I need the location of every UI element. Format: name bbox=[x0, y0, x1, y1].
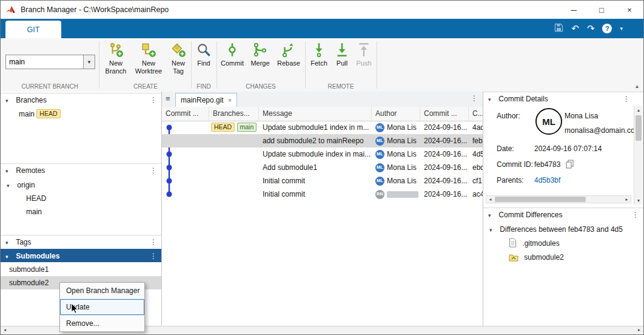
differences-collapse-icon[interactable]: ▾ bbox=[489, 223, 498, 236]
push-icon bbox=[356, 42, 372, 58]
column-header-graph[interactable]: Commit ... bbox=[162, 107, 209, 121]
find-button[interactable]: Find bbox=[193, 42, 214, 67]
scroll-right-icon[interactable]: ▸ bbox=[635, 327, 643, 334]
maximize-button[interactable]: □ bbox=[588, 1, 615, 19]
column-header-date[interactable]: Commit ... bbox=[420, 107, 469, 121]
menu-item-remove[interactable]: Remove... bbox=[60, 316, 144, 331]
scrollbar-thumb[interactable] bbox=[636, 115, 642, 141]
branches-collapse-icon[interactable]: ▾ bbox=[5, 94, 14, 107]
new-worktree-button[interactable]: New Worktree bbox=[132, 42, 166, 75]
commit-id: cf1 bbox=[469, 174, 483, 188]
remotes-menu-icon[interactable]: ⋮ bbox=[150, 164, 157, 177]
help-icon[interactable]: ? bbox=[602, 24, 612, 33]
commit-row[interactable]: Initial commit ML Mona Lis 2024-09-16...… bbox=[162, 174, 483, 188]
document-tab-bar: ≡ mainRepo.git × ⋮ bbox=[162, 92, 483, 107]
scrollbar-thumb[interactable] bbox=[495, 197, 586, 202]
commit-date: 2024-09-16... bbox=[420, 188, 469, 201]
submodules-collapse-icon[interactable]: ▾ bbox=[5, 250, 14, 263]
commit-details-title: Commit Details bbox=[498, 95, 548, 103]
tab-close-icon[interactable]: × bbox=[228, 96, 232, 104]
branches-menu-icon[interactable]: ⋮ bbox=[150, 93, 157, 107]
group-label-create: CREATE bbox=[101, 83, 190, 90]
scroll-left-icon[interactable]: ◂ bbox=[1, 327, 9, 334]
parent-commit-link[interactable]: 4d5b3bf bbox=[534, 176, 560, 184]
history-menu-icon[interactable]: ⋮ bbox=[471, 94, 478, 103]
title-bar: Branch Manager - C:\WorkSpace\mainRepo ─… bbox=[1, 1, 643, 19]
diff-file-row[interactable]: submodule2 + bbox=[509, 251, 634, 264]
merge-button[interactable]: Merge bbox=[248, 42, 272, 67]
commit-details-menu-icon[interactable]: ⋮ bbox=[623, 92, 630, 106]
fetch-icon bbox=[311, 42, 327, 58]
column-header-author[interactable]: Author bbox=[372, 107, 420, 121]
submodules-panel-header[interactable]: ▾ Submodules ⋮ bbox=[1, 249, 161, 262]
remote-item-origin[interactable]: ▾ origin bbox=[7, 179, 35, 191]
rebase-button[interactable]: Rebase bbox=[275, 42, 303, 67]
differences-group-row[interactable]: ▾ Differences between feb4783 and 4d5 bbox=[489, 223, 634, 236]
scroll-left-icon[interactable]: ◂ bbox=[486, 196, 494, 203]
tab-mainrepo-git-label: mainRepo.git bbox=[181, 96, 224, 104]
redo-icon[interactable]: ↷ bbox=[587, 23, 595, 34]
tags-collapse-icon[interactable]: ▾ bbox=[5, 236, 14, 249]
commit-differences-collapse-icon[interactable]: ▾ bbox=[488, 209, 497, 222]
save-icon[interactable] bbox=[554, 23, 563, 34]
commit-differences-menu-icon[interactable]: ⋮ bbox=[632, 208, 639, 222]
menu-item-open-branch-manager[interactable]: Open Branch Manager bbox=[60, 283, 144, 299]
current-branch-combo[interactable]: ▼ bbox=[5, 55, 95, 69]
new-branch-button[interactable]: New Branch bbox=[101, 42, 130, 75]
commit-details-collapse-icon[interactable]: ▾ bbox=[488, 93, 497, 106]
pull-button[interactable]: Pull bbox=[333, 42, 351, 67]
close-button[interactable]: × bbox=[615, 1, 643, 19]
commit-button[interactable]: Commit bbox=[219, 42, 246, 67]
column-header-message[interactable]: Message bbox=[259, 107, 372, 121]
current-branch-dropdown-icon[interactable]: ▼ bbox=[83, 55, 95, 69]
tags-menu-icon[interactable]: ⋮ bbox=[150, 235, 157, 249]
commit-row[interactable]: HEAD main Update submodule1 index in m..… bbox=[162, 121, 483, 134]
scroll-right-icon[interactable]: ▸ bbox=[623, 196, 631, 203]
current-branch-input[interactable] bbox=[6, 55, 83, 69]
column-header-id[interactable]: C... bbox=[469, 107, 483, 121]
scroll-down-icon[interactable]: ▾ bbox=[634, 197, 643, 205]
copy-icon[interactable] bbox=[566, 160, 574, 171]
remotes-panel-header[interactable]: ▾ Remotes ⋮ bbox=[1, 163, 161, 177]
new-tag-button[interactable]: New Tag bbox=[167, 42, 190, 75]
minimize-button[interactable]: ─ bbox=[560, 1, 588, 19]
details-horizontal-scrollbar[interactable]: ◂ ▸ bbox=[486, 195, 631, 203]
submodule-item-1[interactable]: submodule1 bbox=[1, 263, 161, 276]
origin-collapse-icon[interactable]: ▾ bbox=[7, 180, 15, 192]
merge-label: Merge bbox=[250, 59, 269, 67]
author-name: Mona Lis bbox=[387, 121, 417, 134]
commit-row[interactable]: Add submodule1 ML Mona Lis 2024-09-16...… bbox=[162, 161, 483, 174]
details-vertical-scrollbar[interactable]: ▴ ▾ bbox=[634, 106, 643, 205]
commit-details-header[interactable]: ▾ Commit Details ⋮ bbox=[483, 92, 643, 105]
fetch-button[interactable]: Fetch bbox=[307, 42, 330, 67]
branch-item-main[interactable]: main HEAD bbox=[19, 108, 61, 120]
new-worktree-label: New Worktree bbox=[132, 59, 166, 75]
diff-file-row[interactable]: .gitmodules bbox=[509, 237, 634, 250]
branches-panel-title: Branches bbox=[16, 96, 47, 104]
commit-row[interactable]: Initial commit RN 2024-09-16... ac4 bbox=[162, 188, 483, 201]
collapse-ribbon-icon[interactable]: ▴ bbox=[636, 83, 639, 89]
commit-row[interactable]: Update submodule index in mai... ML Mona… bbox=[162, 147, 483, 161]
help-dropdown-icon[interactable]: ▾ bbox=[620, 25, 623, 32]
tags-panel-header[interactable]: ▾ Tags ⋮ bbox=[1, 235, 161, 248]
remote-item-main[interactable]: main bbox=[26, 206, 42, 218]
commit-row-selected[interactable]: add submodule2 to mainReepo ML Mona Lis … bbox=[162, 134, 483, 147]
author-name: Mona Lis bbox=[387, 161, 417, 174]
author-name: Mona Lis bbox=[387, 174, 417, 188]
branches-panel-header[interactable]: ▾ Branches ⋮ bbox=[1, 93, 161, 106]
tab-mainrepo-git[interactable]: mainRepo.git × bbox=[175, 93, 237, 107]
submodules-menu-icon[interactable]: ⋮ bbox=[150, 249, 157, 263]
author-big-avatar: ML bbox=[535, 108, 562, 135]
undo-icon[interactable]: ↶ bbox=[571, 23, 579, 34]
scroll-up-icon[interactable]: ▴ bbox=[634, 106, 643, 114]
column-header-branches[interactable]: Branches... bbox=[209, 107, 259, 121]
tab-git[interactable]: GIT bbox=[5, 21, 61, 38]
push-button[interactable]: Push bbox=[354, 42, 374, 67]
tab-list-icon[interactable]: ≡ bbox=[166, 94, 170, 103]
commit-icon bbox=[224, 42, 240, 58]
push-label: Push bbox=[356, 59, 371, 67]
commit-differences-header[interactable]: ▾ Commit Differences ⋮ bbox=[483, 208, 643, 221]
author-avatar: RN bbox=[375, 190, 384, 199]
remote-item-head[interactable]: HEAD bbox=[26, 192, 46, 205]
remotes-collapse-icon[interactable]: ▾ bbox=[5, 164, 14, 178]
